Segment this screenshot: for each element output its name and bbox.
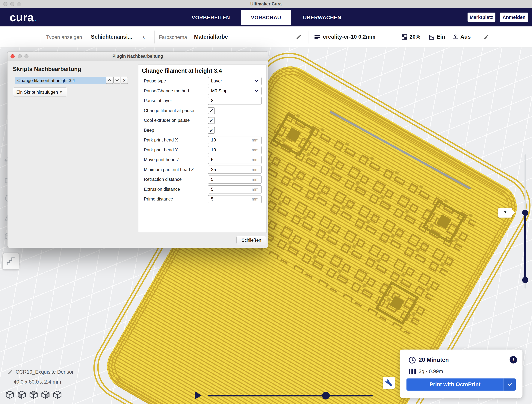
field-row: Beep ✓ xyxy=(139,125,266,135)
support-value: Ein xyxy=(437,34,445,40)
view-right-icon[interactable] xyxy=(53,390,62,399)
app-header: cura. VORBEREITEN VORSCHAU ÜBERWACHEN Ma… xyxy=(0,8,532,26)
adhesion-summary[interactable]: Aus xyxy=(453,26,471,47)
move-script-up-button[interactable] xyxy=(106,77,113,84)
input-unit: mm xyxy=(252,157,259,162)
field-row: Minimum par...rint head Z 25 mm xyxy=(139,165,266,174)
pause-at-layer-input[interactable]: 8 xyxy=(208,96,261,105)
field-row: Pause/Change method M0 Stop xyxy=(139,86,266,96)
printer-settings-summary[interactable]: creality-cr-10 0.2mm xyxy=(314,26,375,47)
support-blocker-tool[interactable] xyxy=(3,253,19,269)
remove-script-button[interactable]: × xyxy=(121,77,128,84)
material-usage-estimate: 3g · 0.99m xyxy=(419,368,443,374)
support-summary[interactable]: Ein xyxy=(429,26,445,47)
printer-layers-icon xyxy=(314,34,321,40)
check-icon: ✓ xyxy=(209,118,213,123)
window-zoom-button[interactable] xyxy=(17,2,21,6)
check-icon: ✓ xyxy=(209,108,213,113)
print-summary-panel: 20 Minuten i 3g · 0.99m Print with OctoP… xyxy=(400,350,523,398)
field-row: Retraction distance 5 mm xyxy=(139,174,266,184)
pause-type-select[interactable]: Layer xyxy=(208,77,261,85)
park-print-head-x-input[interactable]: 10 mm xyxy=(208,136,261,144)
close-icon: × xyxy=(123,78,126,83)
print-options-dropdown[interactable] xyxy=(504,378,516,391)
check-icon: ✓ xyxy=(209,128,213,133)
input-value: 5 xyxy=(211,157,252,162)
field-label: Retraction distance xyxy=(144,177,208,182)
cura-logo: cura. xyxy=(10,8,37,26)
toolbar-divider xyxy=(154,31,155,44)
park-print-head-y-input[interactable]: 10 mm xyxy=(208,146,261,154)
field-row: Park print head X 10 mm xyxy=(139,135,266,145)
model-dimensions: 40.0 x 80.0 x 2.4 mm xyxy=(13,379,61,385)
beep-checkbox[interactable]: ✓ xyxy=(208,127,215,133)
dialog-minimize-button[interactable] xyxy=(18,54,22,58)
simulation-slider-handle[interactable] xyxy=(322,392,330,399)
chevron-down-icon xyxy=(115,79,119,82)
prime-distance-input[interactable]: 5 mm xyxy=(208,195,261,203)
machine-settings-shortcut[interactable] xyxy=(383,377,395,389)
select-value: M0 Stop xyxy=(211,88,254,93)
field-label: Move print head Z xyxy=(144,157,208,162)
retraction-distance-input[interactable]: 5 mm xyxy=(208,175,261,183)
view-top-icon[interactable] xyxy=(29,390,38,399)
edit-colorscheme-button[interactable] xyxy=(296,26,302,47)
print-with-octoprint-button[interactable]: Print with OctoPrint xyxy=(406,378,516,391)
logo-text: cura xyxy=(10,11,34,24)
pencil-icon xyxy=(483,34,489,40)
input-unit: mm xyxy=(252,138,259,142)
selected-script-item[interactable]: Change filament at height 3.4 xyxy=(15,77,106,84)
field-row: Extrusion distance 5 mm xyxy=(139,184,266,194)
os-titlebar[interactable]: Ultimaker Cura xyxy=(0,0,532,8)
signin-button[interactable]: Anmelden xyxy=(500,13,528,22)
color-scheme-selector[interactable]: Materialfarbe xyxy=(194,26,228,47)
info-icon[interactable]: i xyxy=(510,356,517,364)
model-name: CCR10_Exquisite Densor xyxy=(16,369,74,375)
dialog-close-button[interactable] xyxy=(11,54,15,58)
tab-prepare[interactable]: VORBEREITEN xyxy=(192,8,230,26)
pause-method-select[interactable]: M0 Stop xyxy=(208,87,261,95)
collapse-panel-button[interactable]: ‹ xyxy=(143,26,145,47)
field-row: Cool extruder on pause ✓ xyxy=(139,115,266,125)
field-label: Prime distance xyxy=(144,197,208,202)
play-button[interactable] xyxy=(195,391,202,399)
move-script-down-button[interactable] xyxy=(113,77,120,84)
input-unit: mm xyxy=(252,177,259,182)
field-row: Pause type Layer xyxy=(139,76,266,86)
marketplace-button[interactable]: Marktplatz xyxy=(468,13,495,22)
wrench-icon xyxy=(385,379,393,387)
input-unit: mm xyxy=(252,147,259,152)
view-type-selector[interactable]: Schichtenansi... xyxy=(91,26,132,47)
minimum-park-print-head-z-input[interactable]: 25 mm xyxy=(208,166,261,173)
extrusion-distance-input[interactable]: 5 mm xyxy=(208,185,261,193)
scripts-heading: Skripts Nachbearbeitung xyxy=(13,66,81,72)
view-type-label: Typen anzeigen xyxy=(46,26,82,47)
layer-slider-range[interactable] xyxy=(524,213,526,280)
window-minimize-button[interactable] xyxy=(10,2,14,6)
chevron-down-icon xyxy=(508,383,512,386)
rename-model-pencil-icon[interactable] xyxy=(7,369,13,375)
tab-preview[interactable]: VORSCHAU xyxy=(241,10,291,25)
move-print-head-z-input[interactable]: 5 mm xyxy=(208,155,261,164)
view-left-icon[interactable] xyxy=(41,390,50,399)
view-front-icon[interactable] xyxy=(17,390,26,399)
layer-slider-upper-handle[interactable] xyxy=(522,210,528,216)
simulation-slider-track[interactable] xyxy=(208,395,373,396)
change-filament-at-pause-checkbox[interactable]: ✓ xyxy=(208,107,215,114)
chevron-left-icon: ‹ xyxy=(143,33,145,41)
field-label: Change filament at pause xyxy=(144,108,208,113)
infill-summary[interactable]: 20% xyxy=(402,26,420,47)
field-label: Pause type xyxy=(144,78,208,83)
tab-monitor[interactable]: ÜBERWACHEN xyxy=(303,8,341,26)
cool-extruder-checkbox[interactable]: ✓ xyxy=(208,117,215,124)
add-script-label: Ein Skript hinzufügen xyxy=(16,89,58,94)
pencil-icon xyxy=(296,34,302,40)
dialog-close-action-button[interactable]: Schließen xyxy=(236,236,266,244)
layer-slider-lower-handle[interactable] xyxy=(522,277,528,283)
dialog-titlebar[interactable]: Plugin Nachbearbeitung xyxy=(7,51,268,61)
dialog-zoom-button[interactable] xyxy=(24,54,28,58)
window-close-button[interactable] xyxy=(3,2,7,6)
view-3d-icon[interactable] xyxy=(6,390,14,399)
edit-print-settings-button[interactable] xyxy=(483,26,489,47)
add-script-dropdown[interactable]: Ein Skript hinzufügen ▾ xyxy=(13,88,67,96)
